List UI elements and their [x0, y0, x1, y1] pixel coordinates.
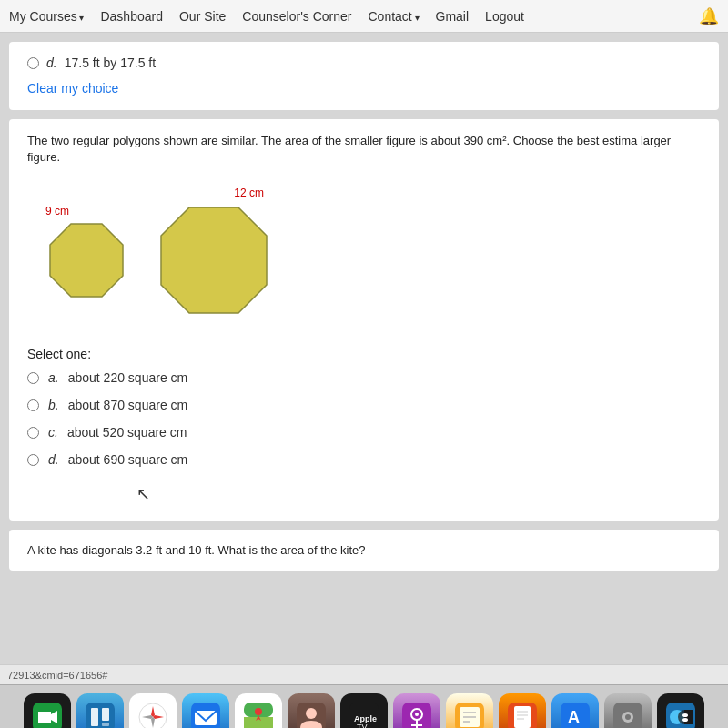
- option-d-row: d. 17.5 ft by 17.5 ft: [27, 56, 701, 70]
- dock-podcasts-icon[interactable]: [393, 693, 440, 729]
- dock-settings-icon[interactable]: [604, 693, 652, 729]
- svg-rect-8: [102, 723, 109, 726]
- problem-text: The two regular polygons shown are simil…: [27, 133, 701, 166]
- cursor-arrow: ↖: [136, 484, 150, 504]
- nav-logout[interactable]: Logout: [485, 9, 524, 24]
- svg-point-21: [255, 708, 262, 715]
- option-d-row-q2: d. about 690 square cm: [27, 452, 701, 467]
- dock-facetime-icon[interactable]: [24, 693, 71, 729]
- navbar: My Courses Dashboard Our Site Counselor'…: [0, 0, 728, 33]
- nav-dashboard[interactable]: Dashboard: [100, 9, 163, 24]
- nav-contact[interactable]: Contact: [369, 9, 420, 24]
- option-a-text: about 220 square cm: [68, 370, 188, 385]
- large-polygon-label: 12 cm: [234, 187, 264, 199]
- kite-question-text: A kite has diagonals 3.2 ft and 10 ft. W…: [27, 543, 701, 557]
- option-d-text: about 690 square cm: [68, 452, 188, 467]
- select-one-label: Select one:: [27, 347, 701, 361]
- svg-point-51: [682, 713, 688, 717]
- large-octagon-svg: [155, 201, 273, 319]
- option-d-label: d.: [46, 56, 57, 70]
- question-1-card: d. 17.5 ft by 17.5 ft Clear my choice: [9, 42, 719, 110]
- option-c-row: c. about 520 square cm: [27, 425, 701, 440]
- url-bar: 72913&cmid=671656#: [0, 664, 728, 684]
- option-c-radio[interactable]: [27, 427, 39, 439]
- option-d-letter: d.: [48, 452, 59, 467]
- svg-rect-5: [86, 703, 115, 729]
- dock-pages-icon[interactable]: [499, 693, 546, 729]
- question-3-card: A kite has diagonals 3.2 ft and 10 ft. W…: [9, 530, 719, 571]
- svg-rect-38: [514, 706, 531, 728]
- option-c-text: about 520 square cm: [67, 425, 187, 440]
- option-b-letter: b.: [48, 398, 59, 412]
- content-area: d. 17.5 ft by 17.5 ft Clear my choice Th…: [0, 33, 728, 664]
- nav-counselors-corner[interactable]: Counselor's Corner: [242, 9, 351, 24]
- option-a-radio[interactable]: [27, 372, 39, 384]
- option-a-letter: a.: [48, 370, 59, 385]
- nav-my-courses[interactable]: My Courses: [9, 9, 84, 24]
- small-polygon-label: 9 cm: [46, 205, 69, 217]
- option-c-letter: c.: [48, 425, 58, 440]
- svg-marker-1: [161, 207, 267, 313]
- svg-point-46: [625, 714, 631, 720]
- option-b-radio[interactable]: [27, 399, 39, 411]
- option-b-text: about 870 square cm: [68, 398, 188, 412]
- cursor-area: ↖: [27, 480, 701, 507]
- notification-bell-icon[interactable]: 🔔: [699, 6, 719, 26]
- dock: AppleTV A: [0, 684, 728, 728]
- large-polygon-wrapper: 12 cm: [155, 188, 273, 319]
- option-d-radio-q2[interactable]: [27, 454, 39, 466]
- svg-point-23: [306, 708, 317, 719]
- clear-choice-link[interactable]: Clear my choice: [27, 81, 118, 96]
- svg-rect-7: [102, 708, 109, 721]
- url-text: 72913&cmid=671656#: [7, 670, 107, 681]
- option-d-value: 17.5 ft by 17.5 ft: [65, 56, 156, 70]
- dock-notes-icon[interactable]: [446, 693, 493, 729]
- nav-gmail[interactable]: Gmail: [436, 9, 470, 24]
- svg-rect-50: [684, 710, 693, 724]
- nav-our-site[interactable]: Our Site: [179, 9, 226, 24]
- dock-finder-icon[interactable]: [657, 693, 704, 729]
- dock-contacts-icon[interactable]: [288, 693, 335, 729]
- dock-appstore-icon[interactable]: A: [551, 693, 599, 729]
- dock-maps-icon[interactable]: [235, 693, 282, 729]
- svg-marker-0: [50, 224, 123, 297]
- question-2-card: The two regular polygons shown are simil…: [9, 119, 719, 521]
- option-b-row: b. about 870 square cm: [27, 398, 701, 412]
- svg-point-29: [415, 713, 419, 716]
- dock-numbers-icon[interactable]: [76, 693, 124, 729]
- svg-point-52: [682, 718, 688, 722]
- option-a-row: a. about 220 square cm: [27, 370, 701, 385]
- options-list: a. about 220 square cm b. about 870 squa…: [27, 370, 701, 467]
- svg-marker-3: [38, 712, 51, 723]
- option-d-radio[interactable]: [27, 57, 39, 69]
- polygons-container: 9 cm 12 cm: [27, 179, 701, 329]
- dock-mail-icon[interactable]: [182, 693, 229, 729]
- small-octagon-svg: [46, 219, 127, 301]
- svg-text:A: A: [568, 708, 580, 726]
- dock-appletv-icon[interactable]: AppleTV: [340, 693, 388, 729]
- dock-safari-icon[interactable]: [129, 693, 177, 729]
- svg-text:TV: TV: [357, 723, 368, 729]
- svg-rect-6: [91, 708, 98, 726]
- small-polygon-wrapper: 9 cm: [46, 207, 127, 301]
